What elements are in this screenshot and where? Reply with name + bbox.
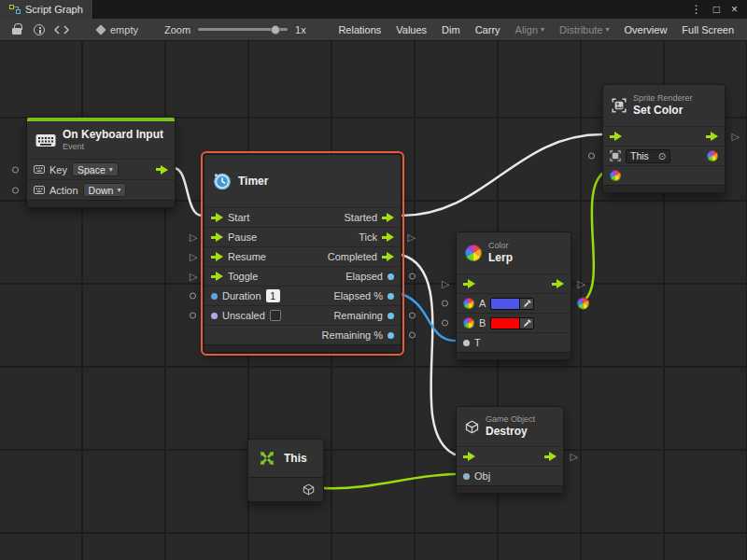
- port-flow-out-ext[interactable]: ▷: [732, 132, 740, 142]
- color-a-field[interactable]: [490, 298, 534, 310]
- port-unscaled-ext[interactable]: [190, 313, 196, 319]
- window-menu-icon[interactable]: ⋮: [691, 3, 702, 16]
- port-remaining-pct[interactable]: [388, 332, 394, 339]
- port-completed[interactable]: [382, 252, 394, 261]
- window-maximize-icon[interactable]: □: [713, 3, 720, 16]
- duration-value-field[interactable]: 1: [266, 289, 280, 302]
- port-a-ext[interactable]: [442, 301, 448, 307]
- port-flow-out[interactable]: [544, 452, 557, 461]
- target-object-field[interactable]: This ⊙: [626, 149, 670, 163]
- remaining-label: Remaining: [333, 310, 383, 321]
- sprite-renderer-icon: [610, 150, 621, 161]
- port-target-ext[interactable]: [588, 153, 595, 160]
- eyedropper-icon[interactable]: [519, 299, 533, 309]
- port-row-remainingpct: Remaining %: [204, 325, 401, 344]
- port-b-ext[interactable]: [442, 320, 448, 327]
- align-button[interactable]: Align▾: [508, 19, 552, 40]
- port-tick-ext[interactable]: ▷: [408, 232, 416, 243]
- node-set-color[interactable]: Sprite Renderer Set Color ▷ This ⊙: [602, 84, 726, 193]
- port-flow-in-ext[interactable]: ▷: [442, 279, 449, 289]
- port-action-input[interactable]: [12, 187, 19, 193]
- keyboard-icon: [35, 133, 56, 147]
- port-color-in[interactable]: [610, 170, 621, 181]
- port-elapsed-ext[interactable]: [409, 273, 416, 280]
- port-obj[interactable]: [463, 473, 470, 480]
- port-flow-out[interactable]: [552, 279, 564, 288]
- graph-breadcrumb[interactable]: empty: [97, 24, 138, 35]
- port-row-unscaled-remaining: Unscaled Remaining: [204, 305, 401, 325]
- port-renderer-out[interactable]: [707, 150, 718, 161]
- overview-button[interactable]: Overview: [617, 19, 675, 40]
- port-elapsed-pct[interactable]: [388, 293, 394, 300]
- key-dropdown[interactable]: Space▾: [72, 162, 119, 176]
- distribute-button[interactable]: Distribute▾: [552, 19, 616, 40]
- wire-keyboard-to-timer-start[interactable]: [174, 168, 202, 216]
- port-row-flow: ▷ ▷: [457, 273, 571, 293]
- node-category: Sprite Renderer: [633, 93, 693, 104]
- window-close-icon[interactable]: ×: [731, 3, 738, 16]
- zoom-slider[interactable]: [198, 28, 288, 31]
- dim-button[interactable]: Dim: [434, 19, 468, 40]
- node-footer: [603, 185, 725, 192]
- port-flow-in[interactable]: [610, 132, 622, 141]
- port-remaining-ext[interactable]: [409, 313, 416, 319]
- port-flow-out[interactable]: [706, 132, 718, 141]
- wire-lerp-to-setcolor-color[interactable]: [583, 174, 602, 301]
- code-icon[interactable]: [50, 19, 73, 40]
- port-remaining-pct-ext[interactable]: [409, 332, 416, 339]
- port-flow-out-ext[interactable]: ▷: [578, 279, 585, 289]
- port-pause[interactable]: [211, 232, 223, 242]
- action-dropdown[interactable]: Down▾: [83, 183, 127, 197]
- port-duration-ext[interactable]: [190, 293, 196, 300]
- eyedropper-icon[interactable]: [519, 318, 533, 329]
- action-icon: [34, 186, 45, 194]
- carry-button[interactable]: Carry: [468, 19, 508, 40]
- port-row-toggle-elapsed: ▷ Toggle Elapsed: [204, 266, 401, 286]
- port-trigger-output[interactable]: [156, 165, 168, 175]
- port-unscaled[interactable]: [211, 313, 218, 319]
- node-color-lerp[interactable]: Color Lerp ▷ ▷ A B: [456, 231, 571, 360]
- resume-label: Resume: [228, 251, 266, 262]
- port-resume-ext[interactable]: ▷: [190, 252, 197, 262]
- node-this[interactable]: This: [247, 439, 324, 502]
- node-destroy[interactable]: Game Object Destroy ▷ Obj: [456, 406, 564, 494]
- color-b-field[interactable]: [490, 317, 534, 329]
- port-self-output[interactable]: [303, 483, 315, 496]
- port-row-start-started: Start Started: [204, 207, 401, 227]
- port-pause-ext[interactable]: ▷: [190, 232, 197, 243]
- port-t[interactable]: [463, 340, 470, 346]
- port-flow-in[interactable]: [463, 452, 475, 461]
- port-toggle[interactable]: [211, 272, 223, 281]
- port-toggle-ext[interactable]: ▷: [190, 272, 197, 282]
- chevron-down-icon: ▾: [109, 165, 113, 174]
- values-button[interactable]: Values: [388, 19, 434, 40]
- fullscreen-button[interactable]: Full Screen: [674, 19, 741, 40]
- port-resume[interactable]: [211, 252, 223, 261]
- port-flow-out-ext[interactable]: ▷: [571, 452, 578, 462]
- node-timer[interactable]: Timer Start Started ▷ ▷ Pause Tick ▷ Res…: [204, 154, 402, 353]
- port-remaining[interactable]: [388, 313, 394, 319]
- tab-script-graph[interactable]: Script Graph: [0, 0, 93, 19]
- port-elapsed[interactable]: [388, 273, 394, 280]
- port-row-action: Action Down▾: [27, 179, 175, 200]
- port-flow-in[interactable]: [463, 279, 475, 288]
- port-key-input[interactable]: [12, 166, 19, 173]
- relations-button[interactable]: Relations: [331, 19, 388, 40]
- wire-timer-started-to-setcolor[interactable]: [402, 134, 602, 216]
- graph-canvas[interactable]: On Keyboard Input Event Key Space▾ Actio…: [0, 41, 747, 560]
- port-result-color[interactable]: [577, 298, 589, 310]
- object-picker-icon[interactable]: ⊙: [658, 151, 666, 161]
- lock-icon[interactable]: [6, 19, 28, 40]
- unscaled-checkbox[interactable]: [270, 310, 281, 321]
- wire-this-to-destroy-obj[interactable]: [324, 474, 455, 488]
- node-subtitle: Event: [63, 142, 163, 152]
- remaining-pct-label: Remaining %: [322, 329, 383, 341]
- node-title: This: [284, 452, 307, 465]
- zoom-slider-knob[interactable]: [271, 25, 280, 35]
- info-icon[interactable]: [28, 19, 50, 40]
- port-started[interactable]: [382, 213, 394, 222]
- port-start[interactable]: [211, 213, 223, 222]
- port-duration[interactable]: [211, 293, 218, 300]
- port-tick[interactable]: [382, 232, 394, 242]
- node-on-keyboard-input[interactable]: On Keyboard Input Event Key Space▾ Actio…: [26, 117, 176, 208]
